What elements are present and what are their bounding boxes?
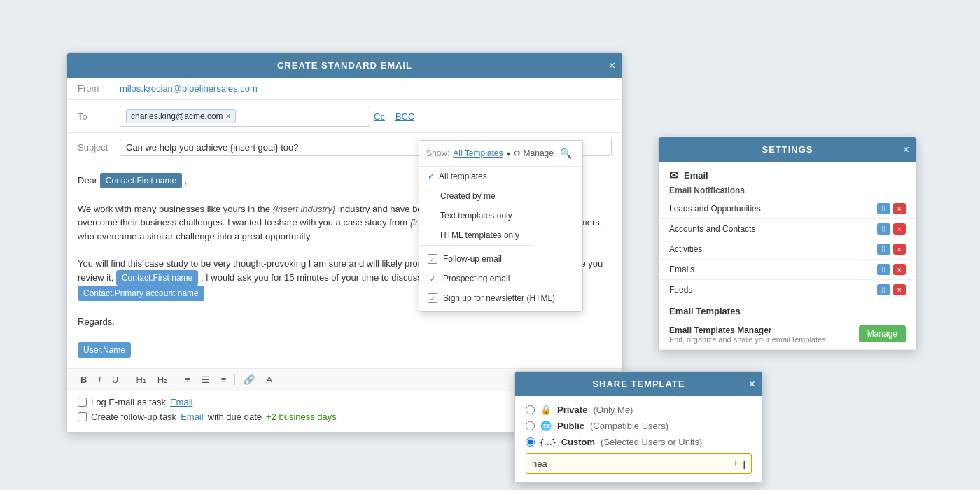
public-label: Public <box>557 421 584 431</box>
custom-radio[interactable] <box>526 438 535 447</box>
template-manager-row: Email Templates Manager Edit, organize a… <box>659 320 916 350</box>
template-item-0[interactable]: ✓ Follow-up email <box>419 249 582 269</box>
underline-button[interactable]: U <box>109 373 121 386</box>
public-option: 🌐 Public (Compatible Users) <box>526 421 752 431</box>
custom-desc: (Selected Users or Units) <box>601 437 702 447</box>
leads-toggle[interactable]: II <box>877 203 890 214</box>
filter-all-label: All templates <box>439 172 487 181</box>
log-task-checkbox[interactable] <box>78 398 87 407</box>
email-modal-title: CREATE STANDARD EMAIL <box>277 60 412 71</box>
email-templates-heading: Email Templates <box>659 300 916 320</box>
dear-text: Dear <box>78 175 97 186</box>
to-field[interactable]: charles.king@acme.com × <box>120 106 370 127</box>
filter-dropdown: All templates Created by me Text templat… <box>419 167 535 246</box>
show-value[interactable]: All Templates <box>453 148 503 158</box>
feeds-remove[interactable]: × <box>893 284 906 295</box>
settings-header: SETTINGS × <box>659 137 916 162</box>
leads-remove[interactable]: × <box>893 203 906 214</box>
filter-html-label: HTML templates only <box>440 230 519 240</box>
share-modal-title: SHARE TEMPLATE <box>592 379 685 389</box>
contact-primary-tag[interactable]: Contact.Primary account name <box>78 286 204 301</box>
custom-option: {…} Custom (Selected Users or Units) <box>526 437 752 447</box>
align-button[interactable]: ≡ <box>218 373 230 386</box>
followup-link[interactable]: Email <box>181 412 204 422</box>
emails-toggle[interactable]: II <box>877 264 890 275</box>
filter-created-label: Created by me <box>440 191 496 201</box>
template-manager-info: Email Templates Manager Edit, organize a… <box>669 326 859 344</box>
subject-label: Subject <box>78 142 120 153</box>
settings-close-button[interactable]: × <box>903 144 909 156</box>
contact-first-tag[interactable]: Contact.First name <box>100 173 182 188</box>
filter-all-templates[interactable]: All templates <box>419 167 535 186</box>
lock-icon: 🔒 <box>540 405 552 415</box>
link-button[interactable]: 🔗 <box>241 373 258 386</box>
followup-checkbox[interactable] <box>78 412 87 421</box>
to-recipient-tag: charles.king@acme.com × <box>126 109 236 123</box>
template-checkbox-1[interactable]: ✓ <box>428 274 438 284</box>
custom-icon: {…} <box>540 437 556 447</box>
share-modal: SHARE TEMPLATE × 🔒 Private (Only Me) 🌐 P… <box>514 371 763 483</box>
filter-html-only[interactable]: HTML templates only <box>419 225 535 245</box>
text-button[interactable]: A <box>263 373 275 386</box>
template-item-2[interactable]: ✓ Sign up for newsletter (HTML) <box>419 288 582 308</box>
unordered-list-button[interactable]: ☰ <box>199 373 213 386</box>
activities-toggle[interactable]: II <box>877 244 890 255</box>
to-label: To <box>78 111 120 122</box>
body-p1-1: We work with many businesses like yours … <box>78 204 270 214</box>
email-modal-header: CREATE STANDARD EMAIL × <box>67 53 622 78</box>
manage-label: Manage <box>524 148 554 158</box>
activities-actions: II × <box>877 244 906 255</box>
accounts-actions: II × <box>877 223 906 234</box>
share-modal-body: 🔒 Private (Only Me) 🌐 Public (Compatible… <box>515 396 762 482</box>
emails-remove[interactable]: × <box>893 264 906 275</box>
bold-button[interactable]: B <box>78 373 90 386</box>
plus-icon[interactable]: + <box>732 457 738 470</box>
search-icon[interactable]: 🔍 <box>556 146 575 160</box>
log-task-link[interactable]: Email <box>170 397 193 407</box>
email-notifications-heading: Email Notifications <box>659 186 916 199</box>
filter-text-only[interactable]: Text templates only <box>419 206 535 225</box>
template-manage-button[interactable]: Manage <box>859 326 906 342</box>
h2-button[interactable]: H₂ <box>155 373 170 386</box>
private-radio[interactable] <box>526 405 535 414</box>
template-checkbox-2[interactable]: ✓ <box>428 293 438 303</box>
template-item-1[interactable]: ✓ Prospecting email <box>419 269 582 288</box>
leads-actions: II × <box>877 203 906 214</box>
private-desc: (Only Me) <box>593 405 633 415</box>
user-name-tag[interactable]: User.Name <box>78 342 131 358</box>
filter-created-by-me[interactable]: Created by me <box>419 186 535 206</box>
feeds-toggle[interactable]: II <box>877 284 890 295</box>
to-recipient-remove[interactable]: × <box>226 111 231 121</box>
activities-remove[interactable]: × <box>893 244 906 255</box>
email-modal-close[interactable]: × <box>609 59 615 72</box>
settings-panel: SETTINGS × ✉ Email Email Notifications L… <box>658 136 917 351</box>
cursor-icon: | <box>743 458 746 469</box>
followup-days-link[interactable]: +2 business days <box>266 412 337 422</box>
ordered-list-button[interactable]: ≡ <box>182 373 193 386</box>
activities-label: Activities <box>669 244 702 254</box>
globe-icon: 🌐 <box>540 421 552 431</box>
template-checkbox-0[interactable]: ✓ <box>428 254 438 264</box>
contact-first-tag2[interactable]: Contact.First name <box>116 270 198 286</box>
to-recipient-value: charles.king@acme.com <box>131 111 223 121</box>
italic-button[interactable]: I <box>95 373 104 386</box>
settings-leads-row: Leads and Opportunities II × <box>659 199 916 219</box>
toolbar-sep2 <box>176 374 176 385</box>
leads-label: Leads and Opportunities <box>669 204 761 214</box>
share-search-input[interactable] <box>532 458 728 469</box>
settings-email-section: ✉ Email <box>659 162 916 186</box>
public-desc: (Compatible Users) <box>590 421 668 431</box>
cc-link[interactable]: Cc <box>374 111 385 122</box>
public-radio[interactable] <box>526 421 535 430</box>
share-modal-close[interactable]: × <box>749 378 755 391</box>
bcc-link[interactable]: BCC <box>396 111 414 122</box>
share-modal-header: SHARE TEMPLATE × <box>515 372 762 396</box>
templates-header: Show: All Templates ▾ ⚙ Manage 🔍 <box>419 141 582 167</box>
accounts-toggle[interactable]: II <box>877 223 890 234</box>
regards-text: Regards, <box>78 316 115 327</box>
templates-manage[interactable]: ⚙ Manage <box>513 148 554 158</box>
h1-button[interactable]: H₁ <box>133 373 148 386</box>
followup-label: Create follow-up task <box>91 412 176 422</box>
accounts-remove[interactable]: × <box>893 223 906 234</box>
settings-activities-row: Activities II × <box>659 239 916 260</box>
